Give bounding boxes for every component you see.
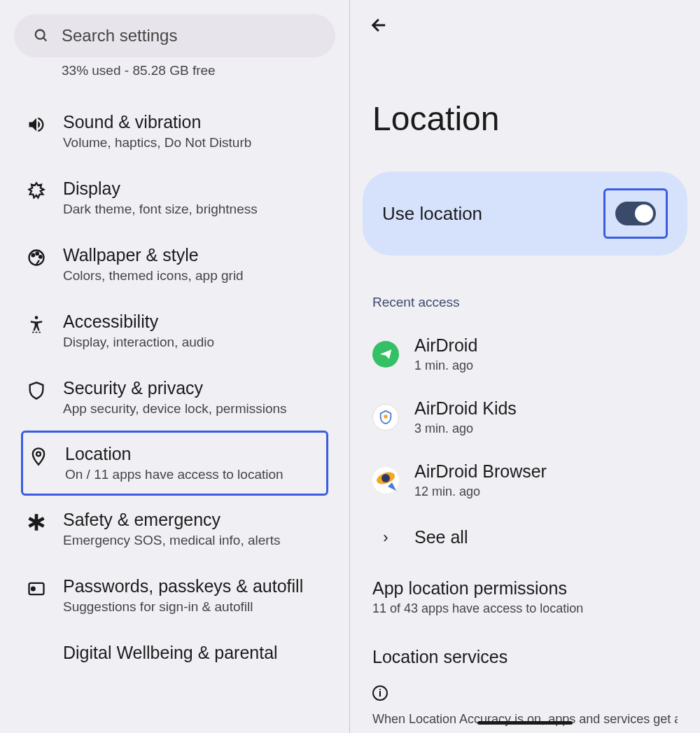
sidebar-item-subtitle: Volume, haptics, Do Not Disturb — [63, 135, 335, 151]
search-icon — [34, 28, 49, 43]
wellbeing-icon — [27, 645, 46, 665]
key-icon — [27, 579, 46, 599]
svg-point-9 — [31, 587, 35, 591]
sidebar-item-subtitle: Suggestions for sign-in & autofill — [63, 599, 335, 615]
toggle-highlight — [603, 188, 668, 239]
sidebar-item-security[interactable]: Security & privacy App security, device … — [0, 364, 349, 431]
svg-point-5 — [39, 256, 42, 258]
svg-point-6 — [35, 316, 38, 319]
app-name: AirDroid Browser — [414, 461, 700, 482]
storage-info: 33% used - 85.28 GB free — [62, 63, 349, 78]
svg-point-10 — [384, 414, 388, 419]
search-input[interactable] — [62, 26, 316, 46]
sidebar-item-display[interactable]: Display Dark theme, font size, brightnes… — [0, 165, 349, 231]
sidebar-item-title: Location — [65, 444, 312, 464]
shield-icon — [27, 381, 46, 400]
app-time: 3 min. ago — [414, 421, 700, 436]
sidebar-item-accessibility[interactable]: Accessibility Display, interaction, audi… — [0, 298, 349, 364]
location-services-header[interactable]: Location services — [372, 647, 700, 667]
see-all-button[interactable]: › See all — [350, 512, 700, 563]
svg-point-7 — [36, 452, 41, 456]
app-time: 1 min. ago — [414, 358, 700, 373]
sidebar-item-title: Wallpaper & style — [63, 245, 335, 265]
app-name: AirDroid — [414, 335, 700, 356]
sidebar-item-location[interactable]: Location On / 11 apps have access to loc… — [21, 431, 328, 496]
info-icon-wrap: i — [372, 685, 700, 701]
recent-access-header: Recent access — [372, 295, 700, 310]
sidebar-item-title: Passwords, passkeys & autofill — [63, 576, 335, 596]
settings-sidebar: 33% used - 85.28 GB free Sound & vibrati… — [0, 0, 350, 733]
location-icon — [29, 447, 48, 466]
svg-line-1 — [43, 38, 47, 41]
app-location-permissions[interactable]: App location permissions 11 of 43 apps h… — [350, 563, 700, 631]
see-all-label: See all — [414, 527, 468, 547]
svg-point-12 — [382, 474, 390, 482]
chevron-right-icon: › — [372, 529, 399, 547]
recent-app-airdroid-kids[interactable]: AirDroid Kids 3 min. ago — [350, 386, 700, 449]
airdroid-icon — [372, 341, 399, 368]
sidebar-item-passwords[interactable]: Passwords, passkeys & autofill Suggestio… — [0, 562, 349, 629]
page-title: Location — [372, 99, 700, 138]
toggle-knob — [635, 204, 653, 223]
sidebar-item-title: Safety & emergency — [63, 510, 335, 530]
recent-app-airdroid-browser[interactable]: AirDroid Browser 12 min. ago — [350, 449, 700, 512]
accessibility-icon — [27, 314, 46, 334]
detail-panel: Location Use location Recent access AirD… — [350, 0, 700, 733]
sidebar-item-wallpaper[interactable]: Wallpaper & style Colors, themed icons, … — [0, 231, 349, 298]
sidebar-item-title: Security & privacy — [63, 378, 335, 398]
sidebar-item-title: Sound & vibration — [63, 112, 335, 132]
sidebar-item-subtitle: Emergency SOS, medical info, alerts — [63, 533, 335, 548]
asterisk-icon — [27, 512, 46, 532]
app-name: AirDroid Kids — [414, 398, 700, 419]
sidebar-item-title: Accessibility — [63, 312, 335, 332]
toggle-label: Use location — [382, 203, 482, 225]
sidebar-item-wellbeing[interactable]: Digital Wellbeing & parental — [0, 629, 349, 680]
sidebar-item-subtitle: App security, device lock, permissions — [63, 401, 335, 417]
use-location-card: Use location — [363, 172, 687, 256]
search-bar[interactable] — [14, 14, 335, 57]
sidebar-item-subtitle: Display, interaction, audio — [63, 335, 335, 350]
airdroid-browser-icon — [372, 467, 399, 494]
sidebar-item-subtitle: Dark theme, font size, brightness — [63, 202, 335, 217]
volume-icon — [27, 115, 46, 134]
use-location-toggle[interactable] — [615, 202, 656, 225]
back-button[interactable] — [370, 15, 389, 35]
app-time: 12 min. ago — [414, 484, 700, 499]
permissions-subtitle: 11 of 43 apps have access to location — [372, 601, 700, 616]
nav-bar-handle[interactable] — [477, 721, 573, 725]
svg-point-3 — [32, 254, 35, 257]
sidebar-item-sound[interactable]: Sound & vibration Volume, haptics, Do No… — [0, 98, 349, 165]
sidebar-item-subtitle: Colors, themed icons, app grid — [63, 268, 335, 284]
brightness-icon — [27, 181, 46, 201]
palette-icon — [27, 248, 46, 267]
svg-point-4 — [36, 252, 38, 255]
recent-app-airdroid[interactable]: AirDroid 1 min. ago — [350, 323, 700, 386]
svg-point-0 — [36, 30, 45, 39]
permissions-title: App location permissions — [372, 578, 700, 599]
sidebar-item-safety[interactable]: Safety & emergency Emergency SOS, medica… — [0, 496, 349, 562]
airdroid-kids-icon — [372, 404, 399, 431]
sidebar-item-title: Display — [63, 179, 335, 199]
info-icon: i — [372, 685, 388, 701]
sidebar-item-subtitle: On / 11 apps have access to location — [65, 467, 312, 482]
sidebar-item-title: Digital Wellbeing & parental — [63, 643, 335, 663]
